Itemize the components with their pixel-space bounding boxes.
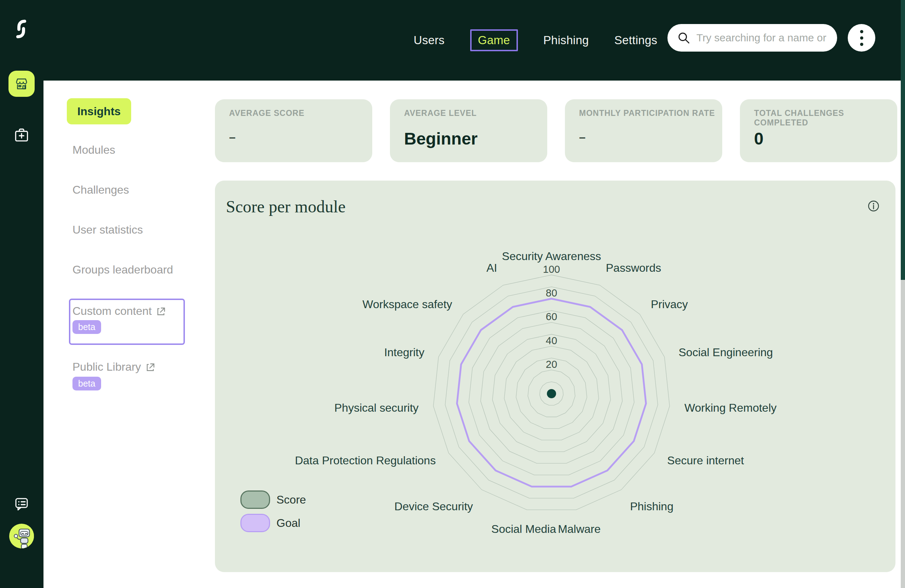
external-link-icon <box>145 363 154 372</box>
scrollbar-thumb[interactable] <box>901 0 905 280</box>
stat-value: Beginner <box>404 129 478 148</box>
sidebar-item-groups-leaderboard[interactable]: Groups leaderboard <box>73 263 173 276</box>
score-per-module-panel: Score per module 20406080100Security Awa… <box>215 181 895 572</box>
tick-label: 60 <box>546 311 557 322</box>
briefcase-plus-icon <box>13 126 30 144</box>
axis-label: Phishing <box>630 500 673 513</box>
axis-label: Data Protection Regulations <box>295 454 435 467</box>
axis-label: Social Engineering <box>678 346 773 359</box>
external-link-icon <box>156 307 165 316</box>
stat-card-participation-rate: MONTHLY PARTICIPATION RATE – <box>565 99 722 162</box>
content-kit-button[interactable] <box>8 122 35 148</box>
stat-value: – <box>579 130 586 144</box>
top-nav: Users Game Phishing Settings <box>414 0 657 81</box>
nav-settings[interactable]: Settings <box>614 33 657 47</box>
nav-phishing[interactable]: Phishing <box>543 33 589 47</box>
search-icon <box>676 31 691 45</box>
sidebar-item-custom-content[interactable]: Custom content <box>73 304 165 318</box>
kebab-menu-icon <box>860 30 863 46</box>
nav-game-focus-ring: Game <box>470 29 518 51</box>
nav-users[interactable]: Users <box>414 33 445 47</box>
storefront-icon <box>13 75 30 93</box>
overflow-menu-button[interactable] <box>848 24 875 52</box>
axis-label: Working Remotely <box>684 401 777 414</box>
axis-label: Physical security <box>334 401 419 414</box>
score-legend-swatch <box>240 490 270 509</box>
search-input[interactable] <box>696 32 828 44</box>
stat-card-average-level: AVERAGE LEVEL Beginner <box>390 99 547 162</box>
stat-label: AVERAGE SCORE <box>229 108 304 118</box>
axis-label: Secure internet <box>667 454 744 467</box>
sidebar: Insights Modules Challenges User statist… <box>43 81 213 588</box>
sidebar-item-public-library[interactable]: Public Library <box>73 360 154 374</box>
goal-legend-label: Goal <box>276 517 300 530</box>
chart-legend: Score Goal <box>240 490 306 537</box>
tick-label: 80 <box>546 287 557 299</box>
stat-label: MONTHLY PARTICIPATION RATE <box>579 108 715 118</box>
stat-value: 0 <box>754 129 764 148</box>
axis-label: Device Security <box>395 500 473 513</box>
robot-avatar-icon <box>11 545 34 548</box>
stat-card-challenges-completed: TOTAL CHALLENGES COMPLETED 0 <box>740 99 897 162</box>
axis-label: Integrity <box>384 346 425 359</box>
custom-content-label: Custom content <box>73 304 152 318</box>
stat-label: TOTAL CHALLENGES COMPLETED <box>754 108 897 128</box>
radar-chart: 20406080100Security AwarenessPasswordsPr… <box>215 181 895 572</box>
axis-label: Security Awareness <box>502 250 601 263</box>
chat-list-icon <box>13 495 30 514</box>
logo-icon <box>13 19 30 39</box>
tick-label: 100 <box>543 264 560 275</box>
search-bar <box>667 24 837 52</box>
axis-label: Workspace safety <box>362 298 452 311</box>
stat-card-average-score: AVERAGE SCORE – <box>215 99 372 162</box>
app-root: Users Game Phishing Settings Insights Mo… <box>0 0 905 588</box>
axis-label: AI <box>486 262 497 274</box>
sidebar-item-user-statistics[interactable]: User statistics <box>73 223 143 236</box>
axis-label: Malware <box>558 523 601 535</box>
custom-content-beta-badge: beta <box>73 320 101 334</box>
left-icon-rail <box>0 0 43 588</box>
nav-game[interactable]: Game <box>478 33 510 47</box>
stat-label: AVERAGE LEVEL <box>404 108 477 118</box>
sidebar-item-modules[interactable]: Modules <box>73 143 115 157</box>
axis-label: Social Media <box>491 523 556 535</box>
score-point <box>547 389 556 398</box>
tick-label: 20 <box>546 359 557 370</box>
public-library-beta-badge: beta <box>73 377 101 390</box>
public-library-label: Public Library <box>73 360 141 374</box>
axis-label: Passwords <box>606 262 661 274</box>
axis-label: Privacy <box>651 298 688 311</box>
sidebar-item-insights[interactable]: Insights <box>67 98 131 124</box>
score-legend-label: Score <box>276 493 306 506</box>
tick-label: 40 <box>546 335 557 346</box>
sidebar-item-challenges[interactable]: Challenges <box>73 184 129 197</box>
store-button[interactable] <box>8 71 35 97</box>
goal-legend-swatch <box>240 514 270 532</box>
stat-value: – <box>229 130 235 144</box>
feedback-button[interactable] <box>8 491 35 517</box>
avatar[interactable] <box>9 524 34 548</box>
